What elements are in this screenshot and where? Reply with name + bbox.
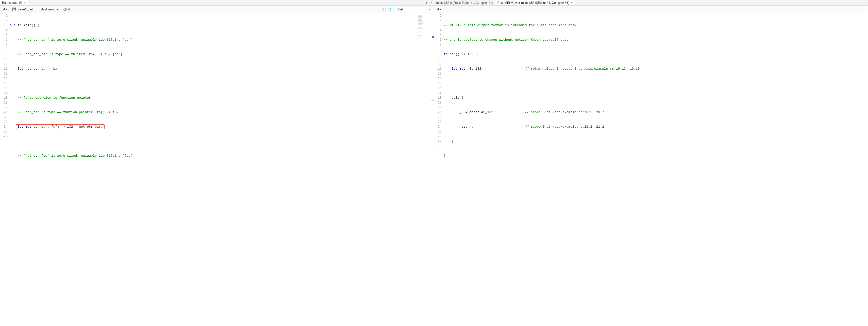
language-select[interactable]: Rust ▾	[394, 7, 432, 12]
code-content[interactable]: pub fn main() { // `not_ptr_bar` is zero…	[10, 13, 434, 163]
chevron-down-icon: ▾	[57, 8, 58, 11]
code-content[interactable]: // WARNING: This output format is intend…	[444, 13, 868, 163]
tab-label: rustc 1.58.0 (Rust, Editor #1, Compiler …	[436, 1, 493, 5]
cursor-position: (26, 1)	[381, 7, 393, 11]
save-load-button[interactable]: 💾 Save/Load	[11, 7, 34, 11]
add-new-button[interactable]: + Add new...▾	[37, 7, 60, 11]
chevron-down-icon: ▾	[429, 8, 430, 11]
tab-mir-viewer[interactable]: Rust MIR Viewer rustc 1.58.0(Editor #1, …	[495, 0, 575, 5]
font-size-button[interactable]: A▾	[436, 7, 443, 11]
tab-window-controls: ▢ ×	[425, 1, 434, 5]
vim-button[interactable]: ⓥ Vim	[62, 7, 75, 12]
chevron-down-icon: ▾	[440, 8, 441, 11]
line-gutter: 12345678910 11121314151617181920 2122232…	[0, 13, 10, 163]
source-editor[interactable]: 12345678910 11121314151617181920 2122232…	[0, 13, 434, 163]
tab-label: Rust source #1	[2, 1, 23, 5]
right-toolbar: A▾	[434, 6, 868, 13]
floppy-disk-icon: 💾	[12, 7, 16, 11]
close-icon[interactable]: ×	[24, 1, 26, 5]
tab-rust-source-1[interactable]: Rust source #1 ×	[0, 0, 28, 5]
left-tab-bar: Rust source #1 × ▢ ×	[0, 0, 434, 6]
maximize-icon[interactable]: ▢	[426, 1, 429, 5]
splitter-handle[interactable]	[431, 100, 434, 101]
font-size-button[interactable]: A▾	[2, 7, 9, 11]
mir-editor[interactable]: 12345678910 11121314151617181920 2122232…	[434, 13, 868, 163]
tab-rustc-output[interactable]: rustc 1.58.0 (Rust, Editor #1, Compiler …	[434, 0, 495, 5]
left-toolbar: A▾ 💾 Save/Load + Add new...▾ ⓥ Vim (26, …	[0, 6, 434, 13]
right-tab-bar: rustc 1.58.0 (Rust, Editor #1, Compiler …	[434, 0, 868, 6]
close-icon[interactable]: ×	[571, 1, 573, 5]
output-pane: rustc 1.58.0 (Rust, Editor #1, Compiler …	[434, 0, 868, 163]
scrollbar-marker	[432, 36, 434, 38]
source-pane: Rust source #1 × ▢ × A▾ 💾 Save/Load + Ad…	[0, 0, 434, 163]
chevron-down-icon: ▾	[6, 8, 7, 11]
plus-icon: +	[38, 7, 40, 11]
vim-icon: ⓥ	[63, 7, 67, 12]
tab-label: Rust MIR Viewer rustc 1.58.0(Editor #1, …	[497, 1, 569, 5]
close-icon[interactable]: ×	[430, 1, 432, 5]
line-gutter: 12345678910 11121314151617181920 2122232…	[434, 13, 444, 163]
